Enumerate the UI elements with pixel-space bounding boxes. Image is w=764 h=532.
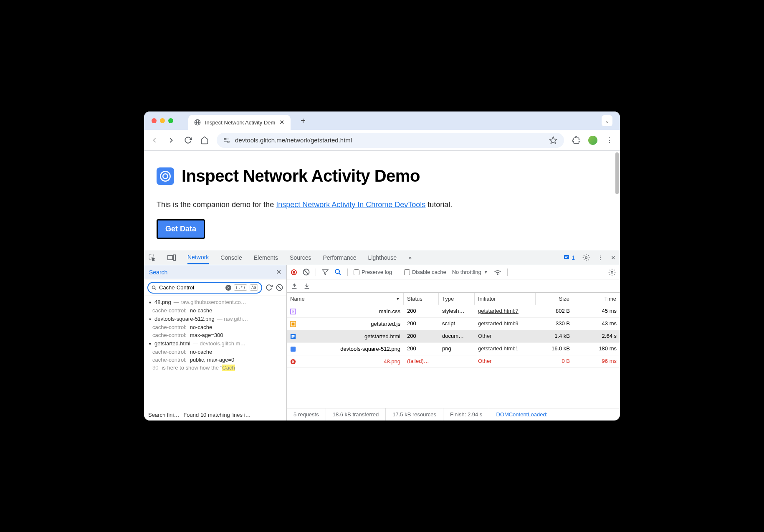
search-network-icon[interactable] (334, 269, 342, 276)
browser-window: Inspect Network Activity Dem ✕ + ⌄ devto… (144, 111, 620, 421)
svg-point-24 (497, 274, 498, 274)
throttling-select[interactable]: No throttling ▼ (452, 269, 488, 275)
table-row[interactable]: getstarted.js200scriptgetstarted.html:93… (287, 318, 620, 330)
search-result-line[interactable]: cache-control:no-cache (144, 307, 286, 314)
search-result-file[interactable]: ▼48.png — raw.githubusercontent.co… (144, 298, 286, 307)
footer-transferred: 18.6 kB transferred (326, 408, 386, 421)
case-toggle[interactable]: Aa (250, 284, 258, 291)
page-scrollbar[interactable] (615, 152, 619, 194)
tab-sources[interactable]: Sources (290, 254, 311, 261)
col-size[interactable]: Size (536, 293, 573, 305)
tab-network[interactable]: Network (187, 254, 209, 264)
record-button[interactable] (291, 269, 297, 275)
more-tabs-icon[interactable]: » (408, 254, 412, 261)
search-result-line[interactable]: cache-control:no-cache (144, 323, 286, 331)
inspect-element-icon[interactable] (148, 254, 156, 261)
tabs-menu-button[interactable]: ⌄ (602, 115, 612, 126)
titlebar: Inspect Network Activity Dem ✕ + ⌄ (144, 111, 620, 130)
search-result-line[interactable]: cache-control:public, max-age=0 (144, 356, 286, 364)
devtools-body: Search ✕ Cache-Control ✕ (.*) Aa (144, 265, 620, 421)
extensions-button[interactable] (572, 136, 581, 145)
devtools: Network Console Elements Sources Perform… (144, 250, 620, 421)
tab-console[interactable]: Console (220, 254, 242, 261)
svg-point-14 (585, 256, 587, 258)
forward-button[interactable] (167, 136, 176, 145)
maximize-window[interactable] (168, 118, 173, 123)
tab-performance[interactable]: Performance (323, 254, 356, 261)
col-name[interactable]: Name▼ (287, 293, 404, 305)
filter-icon[interactable] (322, 269, 329, 276)
new-tab-button[interactable]: + (301, 116, 306, 126)
page-logo-icon (157, 167, 174, 185)
footer-resources: 17.5 kB resources (386, 408, 443, 421)
tutorial-link[interactable]: Inspect Network Activity In Chrome DevTo… (276, 200, 425, 209)
page-description: This is the companion demo for the Inspe… (157, 200, 607, 209)
svg-line-20 (304, 270, 308, 274)
get-data-button[interactable]: Get Data (157, 219, 205, 239)
svg-rect-12 (173, 255, 175, 260)
export-har-icon[interactable] (291, 283, 298, 289)
devtools-menu-icon[interactable]: ⋮ (597, 254, 603, 261)
search-result-line[interactable]: cache-control:max-age=300 (144, 331, 286, 339)
col-time[interactable]: Time (573, 293, 620, 305)
search-header: Search ✕ (144, 265, 286, 279)
network-settings-icon[interactable] (608, 269, 616, 276)
network-conditions-icon[interactable] (494, 269, 501, 275)
import-har-icon[interactable] (304, 283, 310, 289)
back-button[interactable] (150, 136, 159, 145)
home-button[interactable] (200, 136, 209, 145)
reload-button[interactable] (183, 136, 192, 145)
tab-elements[interactable]: Elements (254, 254, 278, 261)
profile-button[interactable] (588, 136, 597, 145)
svg-rect-30 (291, 346, 296, 351)
minimize-window[interactable] (160, 118, 165, 123)
device-toggle-icon[interactable] (167, 254, 176, 261)
clear-button[interactable] (303, 269, 310, 276)
close-tab-icon[interactable]: ✕ (279, 119, 285, 126)
site-settings-icon[interactable] (223, 137, 230, 144)
globe-icon (194, 119, 201, 126)
network-toolbar-2 (287, 279, 620, 293)
browser-toolbar: devtools.glitch.me/network/getstarted.ht… (144, 130, 620, 151)
settings-icon[interactable] (582, 254, 590, 261)
table-body: main.css200stylesh…getstarted.html:7802 … (287, 305, 620, 408)
col-status[interactable]: Status (404, 293, 439, 305)
disable-cache-checkbox[interactable]: Disable cache (404, 269, 446, 275)
refresh-search-icon[interactable] (266, 284, 273, 291)
svg-marker-7 (550, 137, 557, 143)
table-row[interactable]: getstarted.html200docum…Other1.4 kB2.64 … (287, 330, 620, 343)
bookmark-icon[interactable] (549, 136, 557, 144)
address-bar[interactable]: devtools.glitch.me/network/getstarted.ht… (217, 133, 564, 148)
close-devtools-icon[interactable]: ✕ (611, 254, 616, 261)
tab-title: Inspect Network Activity Dem (205, 119, 275, 126)
clear-results-icon[interactable] (276, 284, 283, 291)
svg-point-9 (163, 174, 168, 179)
col-type[interactable]: Type (439, 293, 475, 305)
search-input[interactable]: Cache-Control ✕ (.*) Aa (147, 282, 262, 294)
svg-rect-11 (168, 256, 173, 260)
search-result-line[interactable]: cache-control:no-cache (144, 348, 286, 356)
menu-button[interactable]: ⋮ (605, 136, 614, 145)
svg-rect-4 (227, 141, 229, 142)
search-query: Cache-Control (159, 284, 223, 291)
search-result-line[interactable]: 30is here to show how the "Cach (144, 364, 286, 372)
svg-marker-21 (322, 270, 328, 275)
svg-line-16 (155, 288, 156, 289)
close-window[interactable] (152, 118, 157, 123)
table-row[interactable]: main.css200stylesh…getstarted.html:7802 … (287, 305, 620, 318)
search-result-file[interactable]: ▼getstarted.html — devtools.glitch.m… (144, 339, 286, 348)
table-row[interactable]: devtools-square-512.png200pnggetstarted.… (287, 343, 620, 355)
svg-point-15 (152, 286, 155, 289)
svg-point-8 (160, 171, 170, 181)
clear-search-icon[interactable]: ✕ (225, 285, 231, 291)
search-result-file[interactable]: ▼devtools-square-512.png — raw.gith… (144, 314, 286, 323)
svg-rect-28 (292, 322, 295, 325)
table-row[interactable]: 48.png(failed)…Other0 B96 ms (287, 355, 620, 368)
close-search-icon[interactable]: ✕ (276, 268, 281, 276)
browser-tab[interactable]: Inspect Network Activity Dem ✕ (188, 115, 291, 130)
preserve-log-checkbox[interactable]: Preserve log (354, 269, 392, 275)
issues-button[interactable]: 1 (563, 254, 575, 261)
tab-lighthouse[interactable]: Lighthouse (368, 254, 397, 261)
regex-toggle[interactable]: (.*) (234, 284, 247, 291)
col-initiator[interactable]: Initiator (475, 293, 536, 305)
